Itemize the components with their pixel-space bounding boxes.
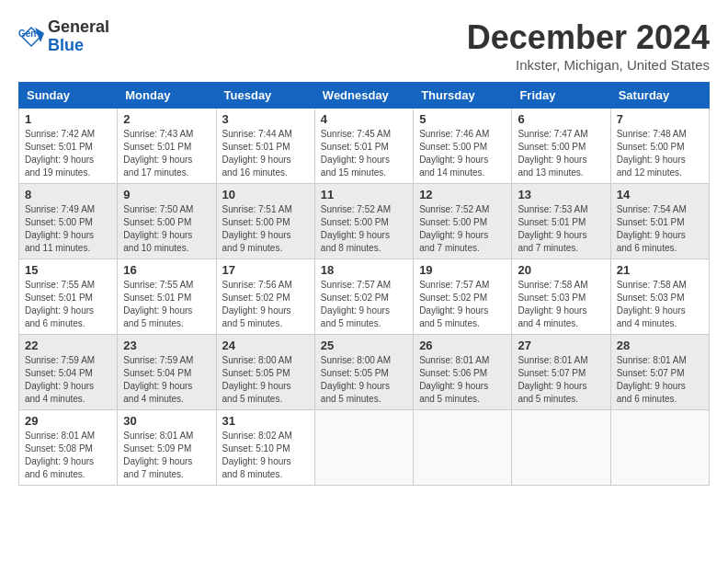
calendar-cell [314,410,413,486]
day-number: 13 [518,188,604,201]
day-number: 1 [25,112,111,126]
day-number: 20 [518,263,604,277]
day-number: 9 [123,188,210,201]
day-number: 15 [25,263,111,277]
day-number: 10 [222,188,309,201]
location: Inkster, Michigan, United States [467,57,710,73]
calendar-cell: 18Sunrise: 7:57 AMSunset: 5:02 PMDayligh… [314,259,413,335]
logo-line1: General [48,18,109,37]
calendar-cell: 8Sunrise: 7:49 AMSunset: 5:00 PMDaylight… [19,184,118,259]
calendar-week-row: 29Sunrise: 8:01 AMSunset: 5:08 PMDayligh… [19,410,710,486]
day-info: Sunrise: 7:52 AMSunset: 5:00 PMDaylight:… [321,203,407,255]
calendar-cell: 21Sunrise: 7:58 AMSunset: 5:03 PMDayligh… [610,259,709,335]
day-info: Sunrise: 7:53 AMSunset: 5:01 PMDaylight:… [518,203,604,255]
day-number: 4 [321,112,407,126]
calendar-week-row: 15Sunrise: 7:55 AMSunset: 5:01 PMDayligh… [19,259,710,335]
day-info: Sunrise: 7:56 AMSunset: 5:02 PMDaylight:… [222,279,309,330]
day-number: 6 [518,112,604,126]
day-info: Sunrise: 8:02 AMSunset: 5:10 PMDaylight:… [222,430,309,481]
day-info: Sunrise: 7:44 AMSunset: 5:01 PMDaylight:… [222,128,309,179]
calendar-cell: 2Sunrise: 7:43 AMSunset: 5:01 PMDaylight… [118,109,216,184]
column-header-monday: Monday [118,83,216,109]
calendar-table: SundayMondayTuesdayWednesdayThursdayFrid… [18,82,710,486]
month-title: December 2024 [467,18,710,57]
day-info: Sunrise: 7:50 AMSunset: 5:00 PMDaylight:… [123,203,210,255]
day-number: 23 [123,339,210,352]
calendar-cell: 12Sunrise: 7:52 AMSunset: 5:00 PMDayligh… [414,184,512,259]
day-info: Sunrise: 7:57 AMSunset: 5:02 PMDaylight:… [321,279,407,330]
column-header-friday: Friday [512,83,610,109]
title-block: December 2024 Inkster, Michigan, United … [467,18,710,73]
day-number: 11 [321,188,407,201]
calendar-cell: 14Sunrise: 7:54 AMSunset: 5:01 PMDayligh… [610,184,709,259]
day-number: 22 [25,339,111,352]
day-info: Sunrise: 8:01 AMSunset: 5:09 PMDaylight:… [123,430,210,481]
calendar-cell: 27Sunrise: 8:01 AMSunset: 5:07 PMDayligh… [512,335,610,410]
logo-line2: Blue [48,37,109,55]
calendar-cell: 26Sunrise: 8:01 AMSunset: 5:06 PMDayligh… [414,335,512,410]
day-number: 21 [617,263,703,277]
calendar-cell: 23Sunrise: 7:59 AMSunset: 5:04 PMDayligh… [118,335,216,410]
day-info: Sunrise: 7:59 AMSunset: 5:04 PMDaylight:… [25,354,111,406]
calendar-cell: 31Sunrise: 8:02 AMSunset: 5:10 PMDayligh… [216,410,314,486]
day-number: 14 [617,188,703,201]
day-number: 31 [222,414,309,428]
day-number: 27 [518,339,604,352]
day-info: Sunrise: 8:01 AMSunset: 5:06 PMDaylight:… [419,354,506,406]
day-info: Sunrise: 7:51 AMSunset: 5:00 PMDaylight:… [222,203,309,255]
column-header-tuesday: Tuesday [216,83,314,109]
day-info: Sunrise: 8:01 AMSunset: 5:07 PMDaylight:… [617,354,703,406]
day-info: Sunrise: 7:52 AMSunset: 5:00 PMDaylight:… [419,203,506,255]
calendar-cell: 20Sunrise: 7:58 AMSunset: 5:03 PMDayligh… [512,259,610,335]
logo: Gen General Blue [18,18,109,55]
calendar-header-row: SundayMondayTuesdayWednesdayThursdayFrid… [19,83,710,109]
day-number: 3 [222,112,309,126]
day-number: 16 [123,263,210,277]
day-number: 29 [25,414,111,428]
calendar-cell: 10Sunrise: 7:51 AMSunset: 5:00 PMDayligh… [216,184,314,259]
day-info: Sunrise: 8:00 AMSunset: 5:05 PMDaylight:… [321,354,407,406]
calendar-cell: 30Sunrise: 8:01 AMSunset: 5:09 PMDayligh… [118,410,216,486]
logo-icon: Gen [18,24,44,50]
day-number: 18 [321,263,407,277]
day-info: Sunrise: 7:57 AMSunset: 5:02 PMDaylight:… [419,279,506,330]
day-number: 17 [222,263,309,277]
day-info: Sunrise: 7:45 AMSunset: 5:01 PMDaylight:… [321,128,407,179]
day-number: 25 [321,339,407,352]
calendar-cell: 16Sunrise: 7:55 AMSunset: 5:01 PMDayligh… [118,259,216,335]
calendar-cell: 9Sunrise: 7:50 AMSunset: 5:00 PMDaylight… [118,184,216,259]
day-info: Sunrise: 7:55 AMSunset: 5:01 PMDaylight:… [123,279,210,330]
calendar-cell [512,410,610,486]
calendar-week-row: 8Sunrise: 7:49 AMSunset: 5:00 PMDaylight… [19,184,710,259]
calendar-cell: 19Sunrise: 7:57 AMSunset: 5:02 PMDayligh… [414,259,512,335]
calendar-cell: 17Sunrise: 7:56 AMSunset: 5:02 PMDayligh… [216,259,314,335]
calendar-cell: 6Sunrise: 7:47 AMSunset: 5:00 PMDaylight… [512,109,610,184]
calendar-cell: 29Sunrise: 8:01 AMSunset: 5:08 PMDayligh… [19,410,118,486]
day-number: 30 [123,414,210,428]
calendar-cell: 13Sunrise: 7:53 AMSunset: 5:01 PMDayligh… [512,184,610,259]
day-info: Sunrise: 8:01 AMSunset: 5:07 PMDaylight:… [518,354,604,406]
calendar-cell: 11Sunrise: 7:52 AMSunset: 5:00 PMDayligh… [314,184,413,259]
day-number: 26 [419,339,506,352]
calendar-cell: 28Sunrise: 8:01 AMSunset: 5:07 PMDayligh… [610,335,709,410]
calendar-cell: 25Sunrise: 8:00 AMSunset: 5:05 PMDayligh… [314,335,413,410]
day-info: Sunrise: 7:46 AMSunset: 5:00 PMDaylight:… [419,128,506,179]
day-info: Sunrise: 7:43 AMSunset: 5:01 PMDaylight:… [123,128,210,179]
calendar-cell [414,410,512,486]
day-info: Sunrise: 8:01 AMSunset: 5:08 PMDaylight:… [25,430,111,481]
day-number: 7 [617,112,703,126]
calendar-cell [610,410,709,486]
day-number: 2 [123,112,210,126]
day-info: Sunrise: 7:58 AMSunset: 5:03 PMDaylight:… [617,279,703,330]
calendar-cell: 7Sunrise: 7:48 AMSunset: 5:00 PMDaylight… [610,109,709,184]
column-header-saturday: Saturday [610,83,709,109]
calendar-cell: 3Sunrise: 7:44 AMSunset: 5:01 PMDaylight… [216,109,314,184]
day-number: 19 [419,263,506,277]
day-number: 12 [419,188,506,201]
column-header-thursday: Thursday [414,83,512,109]
column-header-sunday: Sunday [19,83,118,109]
column-header-wednesday: Wednesday [314,83,413,109]
day-info: Sunrise: 7:49 AMSunset: 5:00 PMDaylight:… [25,203,111,255]
calendar-cell: 1Sunrise: 7:42 AMSunset: 5:01 PMDaylight… [19,109,118,184]
day-info: Sunrise: 7:59 AMSunset: 5:04 PMDaylight:… [123,354,210,406]
